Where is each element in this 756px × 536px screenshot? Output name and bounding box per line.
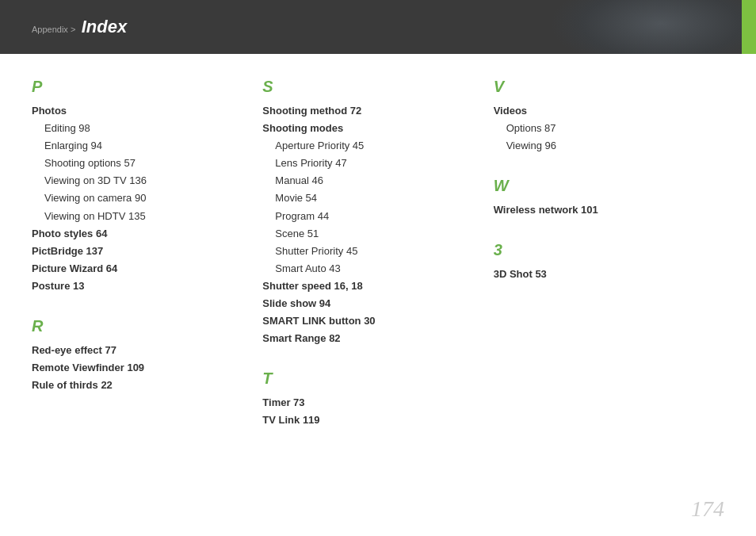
index-entry: Remote Viewfinder 109: [32, 359, 246, 377]
col-v: VVideosOptions 87Viewing 96WWireless net…: [494, 78, 724, 452]
section-letter: V: [494, 78, 708, 96]
index-entry: Shutter speed 16, 18: [262, 278, 477, 295]
col-s: SShooting method 72Shooting modesApertur…: [262, 78, 493, 452]
section-letter: T: [262, 369, 477, 388]
index-entry: Movie 54: [262, 190, 477, 207]
section-letter: R: [32, 317, 246, 335]
index-entry: Viewing on HDTV 135: [32, 208, 246, 225]
index-entry: Viewing on 3D TV 136: [32, 172, 246, 190]
index-entry: Shooting method 72: [262, 102, 477, 120]
index-entry: Viewing 96: [494, 137, 708, 155]
index-section-s: SShooting method 72Shooting modesApertur…: [262, 78, 477, 347]
breadcrumb-prefix: Appendix >: [32, 25, 75, 34]
index-entry: Scene 51: [262, 225, 477, 243]
index-entry: Shooting options 57: [32, 155, 246, 172]
index-entry: Program 44: [262, 208, 477, 225]
index-entry: Timer 73: [262, 394, 477, 412]
index-section-3: 33D Shot 53: [494, 241, 708, 283]
page-number: 174: [691, 496, 724, 522]
index-entry: Smart Auto 43: [262, 260, 477, 278]
index-entry: Lens Priority 47: [262, 155, 477, 172]
index-entry: Smart Range 82: [262, 330, 477, 347]
section-letter: S: [262, 78, 477, 96]
index-entry: Wireless network 101: [494, 201, 708, 219]
index-entry: SMART LINK button 30: [262, 312, 477, 330]
index-entry: Videos: [494, 102, 708, 120]
index-entry: Aperture Priority 45: [262, 137, 477, 155]
index-entry: Shutter Priority 45: [262, 243, 477, 260]
index-entry: Red-eye effect 77: [32, 342, 246, 359]
green-accent-bar: [742, 0, 756, 54]
main-content: PPhotosEditing 98Enlarging 94Shooting op…: [0, 54, 756, 468]
section-letter: W: [494, 177, 708, 195]
index-section-v: VVideosOptions 87Viewing 96: [494, 78, 708, 155]
index-entry: Viewing on camera 90: [32, 190, 246, 207]
index-entry: TV Link 119: [262, 412, 477, 429]
index-section-w: WWireless network 101: [494, 177, 708, 219]
index-section-p: PPhotosEditing 98Enlarging 94Shooting op…: [32, 78, 246, 295]
page-title: Index: [82, 17, 127, 36]
header-bar: Appendix > Index: [0, 0, 756, 54]
index-entry: Picture Wizard 64: [32, 260, 246, 278]
index-entry: Photo styles 64: [32, 225, 246, 243]
index-entry: 3D Shot 53: [494, 266, 708, 283]
index-entry: Posture 13: [32, 278, 246, 295]
index-entry: Enlarging 94: [32, 137, 246, 155]
index-entry: Photos: [32, 102, 246, 120]
index-entry: Shooting modes: [262, 120, 477, 137]
col-p: PPhotosEditing 98Enlarging 94Shooting op…: [32, 78, 262, 452]
section-letter: P: [32, 78, 246, 96]
index-entry: PictBridge 137: [32, 243, 246, 260]
index-entry: Options 87: [494, 120, 708, 137]
index-section-r: RRed-eye effect 77Remote Viewfinder 109R…: [32, 317, 246, 394]
section-letter: 3: [494, 241, 708, 259]
index-section-t: TTimer 73TV Link 119: [262, 369, 477, 429]
header-decoration: [502, 0, 756, 54]
index-entry: Slide show 94: [262, 295, 477, 312]
index-entry: Manual 46: [262, 172, 477, 190]
index-entry: Editing 98: [32, 120, 246, 137]
breadcrumb: Appendix > Index: [32, 17, 127, 37]
index-entry: Rule of thirds 22: [32, 377, 246, 394]
